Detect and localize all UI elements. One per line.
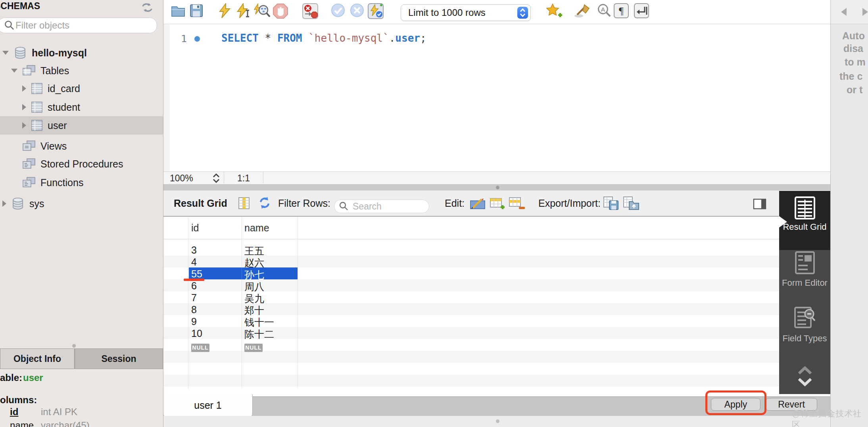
tab-label: Object Info	[13, 354, 61, 364]
limit-rows-value: Limit to 1000 rows	[408, 7, 486, 18]
sql-table-identifier: user	[395, 32, 420, 44]
save-script-icon[interactable]	[189, 3, 204, 18]
save-snippet-icon[interactable]	[546, 3, 562, 18]
sidebar-item-label: sys	[29, 198, 44, 210]
sql-editor[interactable]: 1 SELECT * FROM `hello-mysql`.user;	[163, 24, 830, 171]
open-script-icon[interactable]	[171, 3, 186, 18]
table-icon	[31, 119, 43, 131]
search-icon	[4, 20, 15, 31]
toggle-stop-on-error-icon[interactable]	[302, 3, 318, 19]
toggle-wrap-icon[interactable]	[634, 3, 649, 18]
back-arrow-icon[interactable]	[841, 8, 847, 16]
sidebar-item-tables[interactable]: Tables	[0, 62, 163, 80]
execute-current-icon[interactable]	[236, 3, 251, 18]
sidebar-item-schema-hello-mysql[interactable]: hello-mysql	[0, 44, 163, 62]
caret-position: 1:1	[237, 173, 250, 184]
sidebar-item-stored-procedures[interactable]: Stored Procedures	[0, 155, 163, 173]
table-row-selected[interactable]: 55 孙七	[163, 267, 779, 279]
sidebar-item-label: user	[48, 120, 67, 131]
table-row[interactable]: 8 郑十	[163, 303, 779, 315]
splitter-handle[interactable]	[496, 419, 499, 423]
forward-arrow-icon[interactable]	[862, 8, 868, 16]
result-grid-icon[interactable]	[795, 196, 815, 219]
cell-id[interactable]: 3	[191, 244, 197, 256]
selection-highlight	[189, 267, 298, 279]
stored-procedures-icon	[22, 158, 36, 170]
limit-rows-dropdown[interactable]: Limit to 1000 rows	[401, 4, 531, 21]
rollback-icon[interactable]	[350, 3, 364, 17]
cell-id[interactable]: 7	[191, 292, 197, 304]
sidebar-item-label: id_card	[48, 83, 80, 94]
table-row[interactable]: 3 王五	[163, 244, 779, 256]
schema-filter-input[interactable]	[15, 19, 135, 31]
toggle-preview-panel-icon[interactable]	[753, 198, 766, 210]
object-info-panel: able: user olumns: id int AI PK name var…	[0, 369, 163, 427]
apply-button[interactable]: Apply	[711, 398, 760, 411]
sidebar-item-table-user[interactable]: user	[0, 116, 163, 135]
sidebar-item-label: student	[48, 102, 80, 113]
add-row-icon[interactable]	[490, 197, 505, 210]
stop-query-icon[interactable]	[272, 3, 289, 19]
sidebar-item-views[interactable]: Views	[0, 137, 163, 155]
watermark: @稀土掘金技术社区	[792, 408, 868, 427]
cell-id[interactable]: 8	[191, 304, 197, 315]
refresh-schemas-icon[interactable]	[141, 2, 153, 13]
chevron-right-icon[interactable]	[22, 85, 26, 92]
cell-id[interactable]: 10	[191, 328, 202, 339]
cell-name[interactable]: 孙七	[244, 268, 264, 281]
result-search-input[interactable]	[352, 201, 421, 212]
editor-result-splitter[interactable]	[163, 184, 830, 190]
column-header-name[interactable]: name	[244, 222, 269, 234]
sidebar-item-table-student[interactable]: student	[0, 98, 163, 116]
scroll-views-icons[interactable]	[797, 366, 813, 387]
import-records-icon[interactable]	[623, 196, 639, 210]
table-row[interactable]: 4 赵六	[163, 256, 779, 267]
sidebar-item-table-id-card[interactable]: id_card	[0, 79, 163, 98]
table-row[interactable]: 7 吴九	[163, 291, 779, 303]
tab-object-info[interactable]: Object Info	[0, 348, 75, 369]
chevron-up-icon	[799, 368, 811, 373]
table-row-stripe	[163, 351, 779, 363]
form-editor-icon[interactable]	[795, 251, 815, 274]
beautify-sql-icon[interactable]	[574, 3, 591, 18]
zoom-stepper-icon[interactable]	[212, 173, 221, 183]
commit-icon[interactable]	[331, 3, 345, 17]
grid-options-icon[interactable]	[238, 197, 250, 210]
chevron-down-icon[interactable]	[2, 51, 9, 55]
cell-id[interactable]: 55	[191, 268, 202, 280]
result-tab-user1[interactable]: user 1	[163, 394, 253, 416]
tab-session[interactable]: Session	[75, 348, 163, 369]
find-panel-icon[interactable]: A	[597, 3, 612, 18]
table-row[interactable]: 10 陈十二	[163, 327, 779, 339]
sidebar-item-functions[interactable]: Functions	[0, 173, 163, 192]
view-item-label[interactable]: Form Editor	[779, 278, 830, 288]
sidebar-item-label: Functions	[40, 177, 83, 188]
sidebar-item-schema-sys[interactable]: sys	[0, 194, 163, 213]
chevron-right-icon[interactable]	[22, 104, 26, 110]
cell-id[interactable]: 6	[191, 280, 197, 292]
splitter-handle[interactable]	[496, 186, 499, 189]
chevron-right-icon[interactable]	[22, 122, 26, 129]
show-invisibles-icon[interactable]: ¶	[614, 3, 629, 18]
sidebar-splitter-handle[interactable]	[72, 344, 76, 348]
execute-statement-icon[interactable]	[218, 3, 231, 18]
chevron-down-icon[interactable]	[11, 69, 17, 73]
column-header-id[interactable]: id	[191, 222, 199, 234]
delete-row-icon[interactable]	[509, 197, 525, 210]
field-types-icon[interactable]	[794, 307, 816, 330]
schemas-panel: SCHEMAS hello-mysql	[0, 0, 163, 427]
table-row-new[interactable]: NULL NULL	[163, 339, 779, 351]
toggle-autocommit-icon[interactable]	[368, 3, 384, 19]
editor-gutter	[163, 24, 170, 171]
explain-plan-icon[interactable]	[253, 3, 271, 19]
chevron-right-icon[interactable]	[2, 200, 6, 207]
view-item-label[interactable]: Field Types	[779, 333, 830, 343]
cell-id[interactable]: 9	[191, 316, 197, 327]
table-row[interactable]: 9 钱十一	[163, 315, 779, 327]
export-results-icon[interactable]	[603, 196, 620, 210]
sidebar-item-label: Stored Procedures	[40, 158, 123, 170]
edit-record-icon[interactable]	[470, 198, 486, 210]
cell-id[interactable]: 4	[191, 256, 197, 268]
annotation-underline	[184, 279, 204, 281]
refresh-results-icon[interactable]	[258, 196, 271, 210]
